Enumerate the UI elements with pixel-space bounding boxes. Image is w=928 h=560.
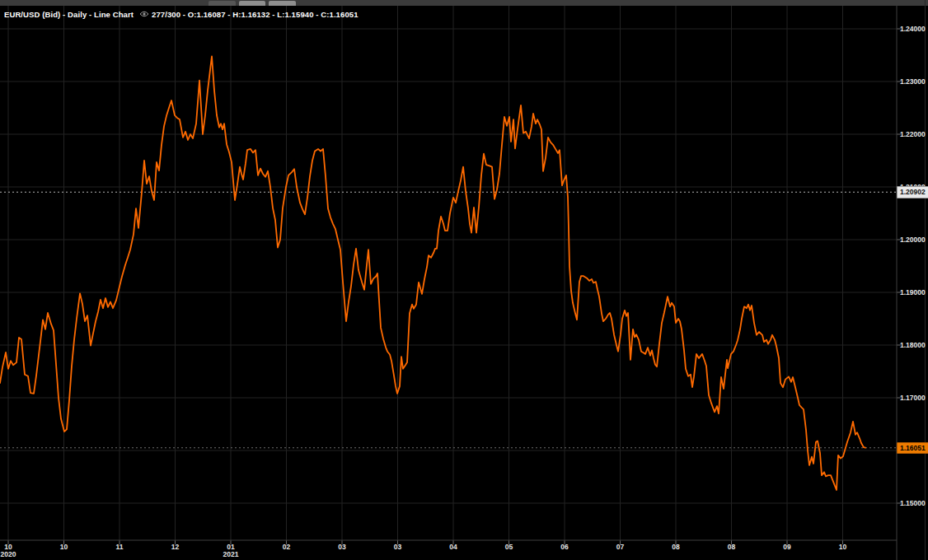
chart-title-bar: EUR/USD (Bid) - Daily - Line Chart 277/3…: [4, 8, 359, 20]
x-axis-tick-label: 03: [394, 543, 401, 551]
x-axis-tick-label: 07: [616, 543, 624, 551]
x-axis-tick-label: 10: [60, 543, 68, 551]
price-line: [0, 56, 865, 490]
y-axis-tick-label: 1.15000: [900, 499, 926, 507]
time-scale[interactable]: 1010111201020303040506070808091020202021: [0, 540, 897, 560]
x-axis-tick-label: 08: [672, 543, 679, 551]
current-price-tag: 1.16051: [897, 442, 928, 455]
x-axis-tick-label: 02: [283, 543, 290, 551]
x-axis-year-label: 2020: [1, 550, 16, 558]
visible-bars-eye-icon[interactable]: [139, 11, 149, 17]
x-axis-tick-label: 10: [839, 543, 846, 551]
axis-border: [0, 6, 901, 560]
y-axis-tick-label: 1.17000: [900, 394, 926, 402]
chart-window: EUR/USD (Bid) - Daily - Line Chart 277/3…: [0, 0, 928, 560]
chart-title: EUR/USD (Bid) - Daily - Line Chart: [4, 10, 134, 19]
price-series-line: [0, 56, 865, 490]
x-axis-tick-label: 08: [728, 543, 735, 551]
x-axis-tick-label: 04: [449, 543, 457, 551]
x-axis-tick-label: 09: [783, 543, 790, 551]
price-scale[interactable]: 1.240001.230001.220001.210001.200001.190…: [897, 6, 928, 540]
chart-surface[interactable]: [0, 0, 928, 560]
y-axis-tick-label: 1.20000: [900, 236, 926, 244]
x-axis-year-label: 2021: [223, 550, 239, 558]
y-axis-tick-label: 1.24000: [900, 25, 926, 33]
x-axis-tick-label: 11: [116, 543, 124, 551]
y-axis-tick-label: 1.18000: [900, 341, 926, 349]
x-axis-tick-label: 06: [560, 543, 568, 551]
y-axis-tick-label: 1.19000: [900, 288, 926, 296]
x-axis-tick-label: 05: [505, 543, 513, 551]
x-axis-tick-label: 03: [338, 543, 345, 551]
chart-stats: 277/300 - O:1.16087 - H:1.16132 - L:1.15…: [152, 10, 359, 19]
price-level-tag: 1.20902: [897, 186, 928, 198]
x-axis-tick-label: 12: [171, 543, 179, 551]
grid-lines: [0, 6, 897, 540]
y-axis-tick-label: 1.23000: [900, 77, 926, 86]
y-axis-tick-label: 1.22000: [900, 130, 926, 138]
